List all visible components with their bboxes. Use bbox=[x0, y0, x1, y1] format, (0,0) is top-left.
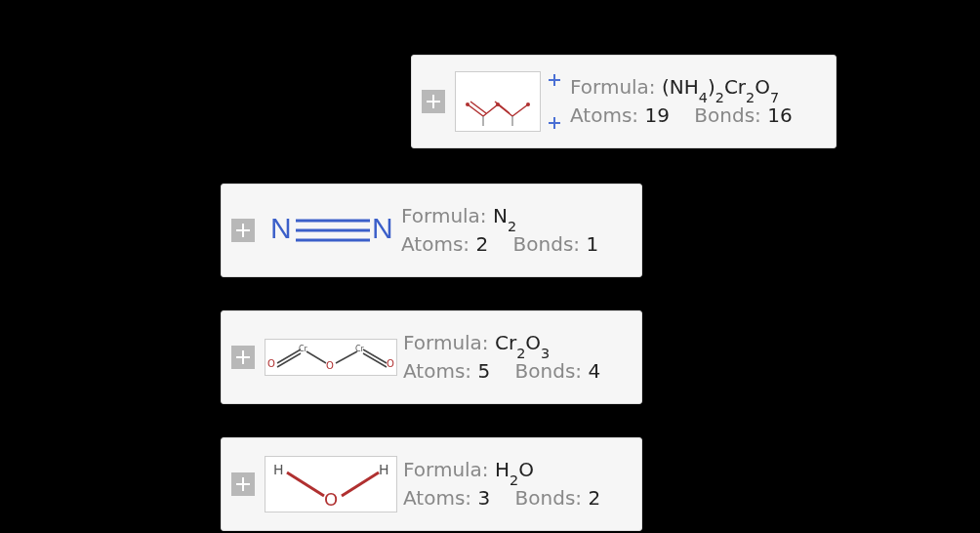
structure-thumbnail: H O H bbox=[265, 456, 397, 512]
atoms-value: 5 bbox=[477, 359, 490, 383]
bonds-value: 16 bbox=[767, 103, 792, 127]
svg-point-10 bbox=[526, 102, 530, 106]
svg-line-18 bbox=[336, 351, 357, 363]
molecule-info: Formula: H2O Atoms: 3 Bonds: 2 bbox=[403, 456, 600, 512]
bonds-label: Bonds: bbox=[515, 359, 583, 383]
formula-row: Formula: Cr2O3 bbox=[403, 329, 600, 357]
counts-row: Atoms: 2 Bonds: 1 bbox=[401, 230, 598, 259]
formula-value: (NH4)2Cr2O7 bbox=[662, 75, 779, 99]
cation-icon bbox=[547, 115, 562, 131]
atoms-label: Atoms: bbox=[403, 359, 471, 383]
bonds-value: 1 bbox=[586, 232, 598, 256]
counts-row: Atoms: 19 Bonds: 16 bbox=[570, 102, 793, 130]
svg-text:O: O bbox=[387, 358, 394, 369]
plus-icon bbox=[231, 346, 255, 369]
counts-row: Atoms: 5 Bonds: 4 bbox=[403, 357, 600, 386]
atoms-value: 3 bbox=[477, 486, 490, 510]
svg-line-19 bbox=[363, 349, 387, 363]
svg-line-26 bbox=[287, 472, 324, 496]
svg-line-4 bbox=[470, 102, 486, 113]
svg-text:Cr: Cr bbox=[355, 345, 365, 353]
svg-text:H: H bbox=[273, 462, 284, 477]
svg-line-17 bbox=[306, 351, 326, 363]
bonds-label: Bonds: bbox=[515, 486, 583, 510]
molecule-card-water: H O H Formula: H2O Atoms: 3 Bonds: 2 bbox=[221, 437, 642, 531]
svg-point-8 bbox=[466, 102, 470, 106]
structure-thumbnail: O Cr O Cr O bbox=[265, 339, 397, 376]
svg-line-16 bbox=[277, 353, 301, 367]
molecule-card-ammonium-dichromate: Formula: (NH4)2Cr2O7 Atoms: 19 Bonds: 16 bbox=[411, 55, 837, 148]
plus-icon bbox=[422, 90, 445, 113]
molecule-info: Formula: N2 Atoms: 2 Bonds: 1 bbox=[401, 202, 598, 259]
formula-row: Formula: N2 bbox=[401, 202, 598, 230]
molecule-card-dinitrogen: N N Formula: N2 Atoms: 2 Bonds: 1 bbox=[221, 184, 642, 277]
svg-text:O: O bbox=[324, 489, 338, 510]
structure-thumbnail: N N bbox=[265, 203, 395, 258]
charge-badges bbox=[547, 72, 562, 131]
svg-line-20 bbox=[363, 353, 387, 367]
expand-button[interactable] bbox=[231, 219, 255, 242]
svg-text:Cr: Cr bbox=[299, 345, 308, 353]
molecule-card-chromium-oxide: O Cr O Cr O Formula: Cr2O3 Atoms: 5 Bond… bbox=[221, 310, 642, 404]
bonds-value: 2 bbox=[588, 486, 600, 510]
bonds-label: Bonds: bbox=[513, 232, 581, 256]
atoms-value: 2 bbox=[475, 232, 488, 256]
molecule-info: Formula: (NH4)2Cr2O7 Atoms: 19 Bonds: 16 bbox=[570, 73, 793, 130]
molecule-info: Formula: Cr2O3 Atoms: 5 Bonds: 4 bbox=[403, 329, 600, 386]
structure-thumbnail bbox=[455, 71, 541, 132]
svg-text:O: O bbox=[326, 360, 334, 371]
bonds-value: 4 bbox=[588, 359, 600, 383]
bonds-label: Bonds: bbox=[694, 103, 761, 127]
formula-value: Cr2O3 bbox=[495, 331, 550, 354]
cation-icon bbox=[547, 72, 562, 88]
expand-button[interactable] bbox=[231, 472, 255, 496]
svg-line-0 bbox=[468, 104, 483, 116]
atom-label-n: N bbox=[372, 212, 393, 244]
atoms-label: Atoms: bbox=[401, 232, 470, 256]
formula-row: Formula: H2O bbox=[403, 456, 600, 484]
atoms-label: Atoms: bbox=[570, 103, 638, 127]
plus-icon bbox=[231, 219, 255, 242]
atoms-label: Atoms: bbox=[403, 486, 471, 510]
svg-point-9 bbox=[496, 102, 500, 106]
atoms-value: 19 bbox=[644, 103, 669, 127]
expand-button[interactable] bbox=[231, 346, 255, 369]
formula-label: Formula: bbox=[401, 204, 487, 227]
svg-line-3 bbox=[512, 104, 528, 116]
svg-text:O: O bbox=[267, 358, 275, 369]
atom-label-n: N bbox=[270, 212, 292, 244]
formula-label: Formula: bbox=[570, 75, 656, 99]
formula-row: Formula: (NH4)2Cr2O7 bbox=[570, 73, 793, 102]
plus-icon bbox=[231, 472, 255, 496]
svg-line-15 bbox=[277, 349, 301, 363]
counts-row: Atoms: 3 Bonds: 2 bbox=[403, 484, 600, 512]
svg-line-28 bbox=[342, 472, 379, 496]
svg-line-1 bbox=[483, 104, 498, 116]
formula-value: N2 bbox=[493, 204, 516, 227]
formula-value: H2O bbox=[495, 458, 534, 481]
formula-label: Formula: bbox=[403, 331, 489, 354]
svg-text:H: H bbox=[379, 462, 389, 477]
expand-button[interactable] bbox=[422, 90, 445, 113]
formula-label: Formula: bbox=[403, 458, 489, 481]
